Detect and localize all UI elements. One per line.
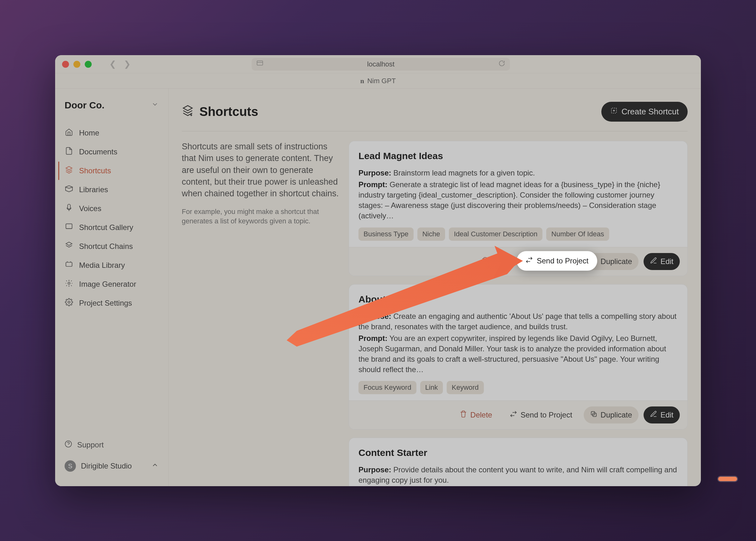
sidebar-item-project-settings[interactable]: Project Settings <box>58 294 165 312</box>
tag[interactable]: Niche <box>417 228 445 241</box>
send-icon <box>526 256 533 266</box>
account-switcher[interactable]: S Dirigible Studio <box>55 454 168 478</box>
sidebar-item-voices[interactable]: Voices <box>58 200 165 218</box>
duplicate-icon <box>590 410 597 420</box>
shortcut-card: Content Starter Purpose: Provide details… <box>349 438 688 486</box>
card-purpose: Provide details about the content you wa… <box>358 465 677 484</box>
card-purpose: Create an engaging and authentic 'About … <box>358 312 677 331</box>
sidebar-item-label: Shortcut Gallery <box>79 223 133 232</box>
page-header: Shortcuts Create Shortcut <box>182 102 688 131</box>
create-icon <box>610 107 618 117</box>
svg-rect-0 <box>257 61 263 65</box>
tag[interactable]: Business Type <box>358 228 414 241</box>
tags-row: Focus Keyword Link Keyword <box>358 381 678 394</box>
edit-button[interactable]: Edit <box>643 406 680 423</box>
chevron-up-icon <box>151 461 159 471</box>
edit-icon <box>650 257 657 266</box>
sidebar-item-home[interactable]: Home <box>58 124 165 142</box>
sidebar-item-shortcuts[interactable]: Shortcuts <box>58 162 165 180</box>
shortcuts-icon <box>65 166 73 176</box>
sidebar-item-shortcut-chains[interactable]: Shortcut Chains <box>58 237 165 256</box>
tab-strip: n Nim GPT <box>55 73 701 89</box>
sidebar-item-label: Documents <box>79 148 117 156</box>
minimize-window-button[interactable] <box>73 61 80 68</box>
back-button[interactable]: ❮ <box>109 59 116 69</box>
send-to-project-button[interactable]: Send to Project <box>503 406 578 423</box>
card-title: About Us Page <box>358 294 678 305</box>
svg-point-4 <box>68 301 70 303</box>
sidebar-item-shortcut-gallery[interactable]: Shortcut Gallery <box>58 218 165 237</box>
workspace-switcher[interactable]: Door Co. <box>55 97 168 120</box>
nav-list: Home Documents Shortcuts Libraries Voice… <box>55 120 168 316</box>
svg-rect-1 <box>66 224 72 229</box>
page-title: Shortcuts <box>199 105 258 119</box>
documents-icon <box>65 147 73 157</box>
cards-column: Lead Magnet Ideas Purpose: Brainstorm le… <box>349 141 688 486</box>
card-prompt: Generate a strategic list of lead magnet… <box>358 180 660 220</box>
card-purpose: Brainstorm lead magnets for a given topi… <box>393 169 535 177</box>
purpose-label: Purpose: <box>358 312 391 320</box>
sidebar-item-label: Shortcuts <box>79 166 111 175</box>
tag[interactable]: Focus Keyword <box>358 381 416 394</box>
sidebar-item-label: Voices <box>79 204 102 213</box>
chains-icon <box>65 242 73 252</box>
chevron-down-icon <box>151 101 159 110</box>
tab-favicon: n <box>360 77 364 85</box>
sidebar: Door Co. Home Documents Shortcuts <box>55 89 169 486</box>
sidebar-item-label: Project Settings <box>79 299 132 307</box>
trash-icon <box>460 410 467 420</box>
main-content: Shortcuts Create Shortcut Shortcuts are … <box>169 89 701 486</box>
voices-icon <box>65 204 73 214</box>
svg-rect-2 <box>66 263 72 267</box>
sidebar-item-label: Libraries <box>79 185 108 194</box>
tutorial-highlight-send-to-project[interactable]: Send to Project <box>517 251 597 270</box>
tag[interactable]: Number Of Ideas <box>546 228 609 241</box>
card-title: Lead Magnet Ideas <box>358 151 678 161</box>
sidebar-item-label: Shortcut Chains <box>79 242 133 251</box>
send-icon <box>510 257 517 266</box>
site-settings-icon[interactable] <box>256 60 264 69</box>
avatar: S <box>65 460 76 472</box>
prompt-label: Prompt: <box>358 180 387 189</box>
titlebar: ❮ ❯ localhost <box>55 55 701 73</box>
fullscreen-window-button[interactable] <box>85 61 92 68</box>
url-text: localhost <box>367 60 395 68</box>
forward-button[interactable]: ❯ <box>124 59 131 69</box>
tag[interactable]: Keyword <box>447 381 484 394</box>
edit-button[interactable]: Edit <box>643 253 680 270</box>
support-link[interactable]: Support <box>55 436 168 454</box>
tag[interactable]: Ideal Customer Description <box>449 228 543 241</box>
send-icon <box>510 410 517 420</box>
sidebar-item-media-library[interactable]: Media Library <box>58 256 165 274</box>
image-generator-icon <box>65 279 73 289</box>
support-label: Support <box>77 440 104 449</box>
delete-button[interactable]: Delete <box>475 253 498 270</box>
purpose-label: Purpose: <box>358 465 391 474</box>
app-window: ❮ ❯ localhost n Nim GPT Door Co. <box>55 55 701 486</box>
tab-label[interactable]: Nim GPT <box>367 77 396 85</box>
duplicate-button[interactable]: Duplicate <box>584 406 638 423</box>
card-prompt: You are an expert copywriter, inspired b… <box>358 334 666 374</box>
shortcuts-page-icon <box>182 105 194 119</box>
gear-icon <box>65 298 73 308</box>
reload-icon[interactable] <box>498 60 506 69</box>
sidebar-item-label: Image Generator <box>79 280 136 288</box>
url-bar[interactable]: localhost <box>252 58 510 71</box>
sidebar-item-image-generator[interactable]: Image Generator <box>58 275 165 293</box>
tutorial-progress-indicator <box>718 477 737 481</box>
sidebar-item-documents[interactable]: Documents <box>58 143 165 161</box>
sidebar-item-label: Media Library <box>79 261 125 270</box>
tag[interactable]: Link <box>420 381 443 394</box>
create-shortcut-button[interactable]: Create Shortcut <box>601 102 688 122</box>
tags-row: Business Type Niche Ideal Customer Descr… <box>358 228 678 241</box>
delete-button[interactable]: Delete <box>453 406 498 423</box>
help-icon <box>65 440 72 450</box>
page-description-sub: For example, you might make a shortcut t… <box>182 207 339 226</box>
home-icon <box>65 128 73 138</box>
media-library-icon <box>65 260 73 270</box>
nav-arrows: ❮ ❯ <box>109 59 131 69</box>
sidebar-item-libraries[interactable]: Libraries <box>58 181 165 199</box>
card-actions: Delete Send to Project Duplicate <box>349 400 687 429</box>
description-column: Shortcuts are small sets of instructions… <box>182 141 339 486</box>
close-window-button[interactable] <box>62 61 69 68</box>
